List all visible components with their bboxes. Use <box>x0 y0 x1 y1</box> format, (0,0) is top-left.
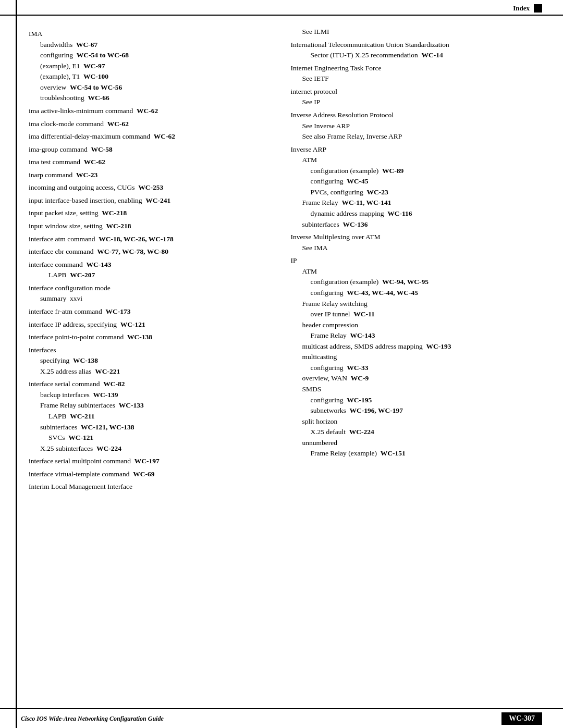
entry-text: subnetworks WC-196, WC-197 <box>311 406 403 414</box>
entry-ref: WC-211 <box>70 412 94 420</box>
entry-ref: WC-207 <box>70 271 95 279</box>
entry-ref: WC-9 <box>351 374 369 382</box>
entry-text: IP <box>291 256 297 264</box>
index-entry: Frame Relay switching <box>291 299 543 309</box>
entry-ref: WC-136 <box>342 220 368 228</box>
entry-ref: WC-221 <box>95 367 120 375</box>
index-entry: Inverse Address Resolution Protocol <box>291 110 543 120</box>
index-entry: X.25 address alias WC-221 <box>29 366 270 377</box>
entry-ref: WC-138 <box>73 356 98 364</box>
entry-text: overview WC-54 to WC-56 <box>40 83 122 91</box>
index-entry: interface command WC-143 <box>29 260 270 270</box>
entry-text: interface IP address, specifying WC-121 <box>29 320 145 328</box>
entry-text: subinterfaces WC-121, WC-138 <box>40 423 134 431</box>
index-entry: interface point-to-point command WC-138 <box>29 332 270 342</box>
index-entry: interface cbr command WC-77, WC-78, WC-8… <box>29 246 270 257</box>
entry-text: overview, WAN WC-9 <box>302 374 369 382</box>
entry-text: (example), E1 WC-97 <box>40 62 105 70</box>
index-entry: dynamic address mapping WC-116 <box>291 208 543 219</box>
index-entry: configuring WC-195 <box>291 395 543 405</box>
entry-text: incoming and outgoing access, CUGs WC-25… <box>29 183 163 191</box>
index-entry: Frame Relay subinterfaces WC-133 <box>29 400 270 411</box>
entry-text: configuring WC-43, WC-44, WC-45 <box>311 289 419 297</box>
entry-ref: WC-11 <box>353 310 375 318</box>
entry-ref: WC-62 <box>154 132 175 140</box>
entry-text: configuring WC-45 <box>311 177 369 185</box>
index-entry: ima differential-delay-maximum command W… <box>29 131 270 142</box>
index-entry: multicast address, SMDS address mapping … <box>291 341 543 352</box>
entry-ref: WC-89 <box>382 167 403 175</box>
entry-text: inarp command WC-23 <box>29 171 97 179</box>
entry-ref: WC-121, WC-138 <box>81 423 134 431</box>
entry-text: troubleshooting WC-66 <box>40 94 109 102</box>
entry-text: Inverse ARP <box>291 145 327 153</box>
index-entry: (example), E1 WC-97 <box>29 61 270 71</box>
entry-text: interface cbr command WC-77, WC-78, WC-8… <box>29 248 168 255</box>
index-entry: configuring WC-54 to WC-68 <box>29 50 270 60</box>
entry-text: interface configuration mode <box>29 284 111 292</box>
index-entry: bandwidths WC-67 <box>29 40 270 50</box>
index-entry: See IMA <box>291 243 543 253</box>
entry-text: summary xxvi <box>40 294 82 302</box>
entry-text: X.25 address alias WC-221 <box>40 367 120 375</box>
index-entry: IMA <box>29 29 270 39</box>
index-entry: SVCs WC-121 <box>29 433 270 443</box>
entry-text: Sector (ITU-T) X.25 recommendation WC-14 <box>311 51 443 59</box>
index-entry: over IP tunnel WC-11 <box>291 309 543 319</box>
index-entry: interface IP address, specifying WC-121 <box>29 319 270 330</box>
index-entry: header compression <box>291 320 543 330</box>
index-entry: subinterfaces WC-136 <box>291 219 543 230</box>
index-entry: configuring WC-45 <box>291 176 543 187</box>
entry-ref: WC-151 <box>381 449 406 457</box>
entry-text: subinterfaces WC-136 <box>302 220 368 228</box>
index-entry: Frame Relay WC-11, WC-141 <box>291 198 543 208</box>
entry-text: configuring WC-54 to WC-68 <box>40 51 129 59</box>
index-entry: interface serial multipoint command WC-1… <box>29 456 270 466</box>
index-entry: interface atm command WC-18, WC-26, WC-1… <box>29 234 270 244</box>
index-entry: LAPB WC-207 <box>29 270 270 280</box>
index-entry: inarp command WC-23 <box>29 170 270 180</box>
entry-text: configuring WC-33 <box>311 364 369 372</box>
entry-text: ima test command WC-62 <box>29 158 105 166</box>
entry-text: X.25 default WC-224 <box>311 428 374 436</box>
entry-ref: WC-43, WC-44, WC-45 <box>347 289 418 297</box>
entry-text: interface serial command WC-82 <box>29 380 125 388</box>
index-entry: Frame Relay WC-143 <box>291 330 543 341</box>
entry-text: LAPB WC-211 <box>48 412 95 420</box>
entry-ref: WC-253 <box>138 183 163 191</box>
index-entry: configuring WC-43, WC-44, WC-45 <box>291 288 543 298</box>
index-entry: configuration (example) WC-94, WC-95 <box>291 277 543 287</box>
index-entry: See Inverse ARP <box>291 121 543 131</box>
entry-text: SMDS <box>302 385 322 393</box>
entry-ref: WC-138 <box>127 333 152 341</box>
entry-text: unnumbered <box>302 439 337 447</box>
entry-ref: WC-69 <box>133 470 154 478</box>
right-column: See ILMIInternational Telecommunication … <box>286 26 543 492</box>
entry-text: Frame Relay WC-11, WC-141 <box>302 199 391 206</box>
entry-text: Interim Local Management Interface <box>29 483 132 490</box>
entry-text: ima differential-delay-maximum command W… <box>29 132 175 140</box>
entry-text: ATM <box>302 267 317 275</box>
entry-text: ima-group command WC-58 <box>29 145 113 153</box>
index-entry: X.25 subinterfaces WC-224 <box>29 443 270 454</box>
entry-ref: WC-67 <box>76 41 97 48</box>
entry-ref: WC-218 <box>102 209 127 217</box>
entry-ref: WC-77, WC-78, WC-80 <box>97 248 168 255</box>
index-entry: interface serial command WC-82 <box>29 379 270 389</box>
entry-text: interfaces <box>29 346 56 354</box>
entry-ref: WC-94, WC-95 <box>382 278 429 286</box>
index-entry: interface virtual-template command WC-69 <box>29 469 270 479</box>
page-footer: Cisco IOS Wide-Area Networking Configura… <box>0 708 563 728</box>
index-entry: See ILMI <box>291 27 543 37</box>
footer-guide-title: Cisco IOS Wide-Area Networking Configura… <box>21 715 164 723</box>
entry-text: ATM <box>302 156 317 164</box>
entry-text: interface command WC-143 <box>29 261 112 268</box>
entry-ref: WC-54 to WC-68 <box>77 51 129 59</box>
entry-ref: WC-121 <box>68 434 93 441</box>
entry-ref: WC-224 <box>349 428 374 436</box>
left-border-rule <box>16 0 17 728</box>
entry-ref: WC-62 <box>84 158 105 166</box>
entry-text: configuration (example) WC-94, WC-95 <box>311 278 429 286</box>
entry-text: Inverse Address Resolution Protocol <box>291 111 394 119</box>
index-entry: configuration (example) WC-89 <box>291 166 543 176</box>
